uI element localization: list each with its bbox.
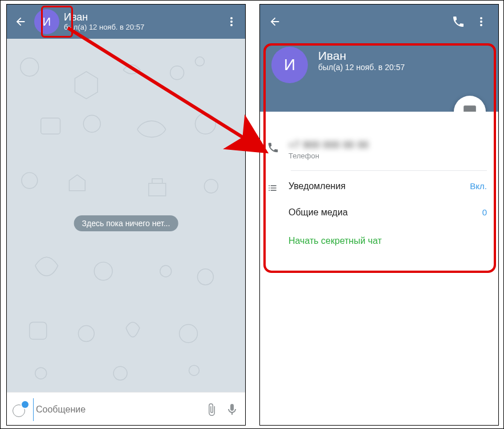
divider	[291, 170, 487, 171]
more-icon[interactable]	[470, 10, 493, 33]
profile-screen: И Иван был(а) 12 нояб. в 20:57 +7 900 00…	[259, 4, 499, 426]
svg-point-13	[180, 325, 198, 343]
shared-media-value: 0	[482, 207, 487, 217]
list-icon	[267, 181, 288, 194]
svg-point-6	[22, 173, 38, 189]
back-icon[interactable]	[266, 13, 284, 31]
svg-point-14	[35, 367, 47, 379]
svg-point-7	[204, 179, 218, 193]
chat-screen: И Иван был(а) 12 нояб. в 20:57	[6, 4, 246, 426]
svg-point-10	[197, 269, 213, 285]
chat-last-seen: был(а) 12 нояб. в 20:57	[64, 23, 222, 32]
notifications-value: Вкл.	[470, 181, 487, 191]
svg-point-12	[78, 326, 94, 342]
chat-header: И Иван был(а) 12 нояб. в 20:57	[7, 5, 245, 39]
profile-hero: И Иван был(а) 12 нояб. в 20:57	[260, 39, 498, 112]
svg-point-8	[94, 262, 112, 280]
svg-point-2	[195, 57, 204, 66]
profile-body: +7 900 000 00 00 Телефон Уведомления Вкл…	[260, 112, 498, 385]
svg-point-9	[160, 265, 172, 277]
svg-point-4	[83, 115, 100, 132]
chat-input-bar	[7, 392, 245, 426]
attach-icon[interactable]	[204, 402, 219, 417]
sticker-icon[interactable]	[13, 402, 27, 417]
notifications-label: Уведомления	[288, 181, 470, 191]
call-icon[interactable]	[447, 10, 470, 33]
contact-avatar[interactable]: И	[34, 9, 59, 34]
svg-point-0	[21, 58, 39, 76]
chat-title-block[interactable]: Иван был(а) 12 нояб. в 20:57	[64, 11, 222, 32]
svg-point-1	[170, 66, 184, 80]
avatar-letter: И	[43, 15, 51, 28]
svg-rect-11	[30, 322, 47, 340]
back-icon[interactable]	[11, 13, 30, 31]
svg-rect-3	[41, 118, 60, 134]
empty-chat-label: Здесь пока ничего нет...	[74, 215, 178, 231]
phone-label: Телефон	[288, 152, 487, 160]
svg-point-16	[189, 365, 199, 375]
secret-chat-label: Начать секретный чат	[288, 236, 487, 246]
message-input[interactable]	[33, 398, 198, 421]
phone-row[interactable]: +7 900 000 00 00 Телефон	[260, 132, 498, 168]
shared-media-label: Общие медиа	[288, 207, 482, 218]
svg-point-15	[113, 366, 127, 380]
svg-point-5	[195, 113, 216, 134]
more-icon[interactable]	[222, 13, 241, 31]
phone-number-masked: +7 900 000 00 00	[288, 140, 487, 150]
profile-last-seen: был(а) 12 нояб. в 20:57	[271, 63, 487, 72]
chat-title: Иван	[64, 11, 222, 23]
notifications-row[interactable]: Уведомления Вкл.	[260, 173, 498, 202]
profile-appbar	[260, 5, 498, 39]
chat-body[interactable]: Здесь пока ничего нет...	[7, 39, 245, 392]
microphone-icon[interactable]	[225, 402, 239, 417]
phone-icon	[267, 140, 288, 154]
secret-chat-row[interactable]: Начать секретный чат	[260, 226, 498, 254]
shared-media-row[interactable]: Общие медиа 0	[260, 202, 498, 226]
chat-background-pattern	[7, 39, 245, 390]
